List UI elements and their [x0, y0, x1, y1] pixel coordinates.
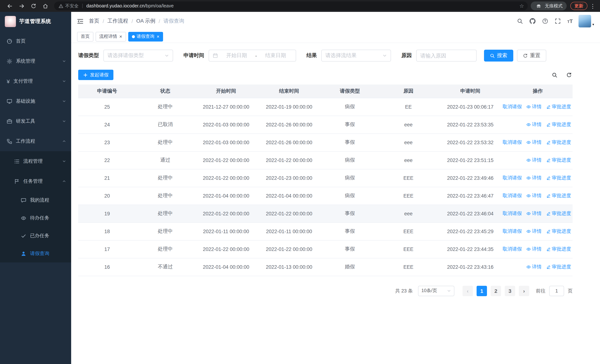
approval-progress-link[interactable]: 审批进度 [546, 210, 571, 217]
sidebar-item-todo-tasks[interactable]: 待办任务 [0, 209, 71, 227]
cancel-leave-link[interactable]: 取消请假 [503, 210, 522, 217]
sidebar-item-my-process[interactable]: 我的流程 [0, 191, 71, 209]
detail-link[interactable]: 详情 [526, 192, 542, 199]
page-button-3[interactable]: 3 [505, 286, 515, 296]
tab-process-detail[interactable]: 流程详情× [96, 32, 126, 41]
breadcrumb-item[interactable]: OA 示例 [136, 18, 155, 24]
app-logo[interactable]: 芋道管理系统 [0, 12, 71, 31]
detail-link[interactable]: 详情 [526, 175, 542, 181]
approval-progress-link[interactable]: 审批进度 [546, 228, 571, 235]
security-status[interactable]: 不安全 [58, 3, 79, 9]
fullscreen-icon[interactable] [555, 18, 561, 24]
tab-leave-query[interactable]: 请假查询× [128, 32, 163, 41]
cancel-leave-link[interactable]: 取消请假 [503, 192, 522, 199]
avatar[interactable] [579, 15, 591, 28]
status-cell: 处理中 [136, 205, 195, 222]
detail-link[interactable]: 详情 [526, 139, 542, 146]
sidebar-item-label: 流程管理 [23, 158, 43, 165]
goto-page-input[interactable] [549, 286, 564, 296]
sidebar-item-task-mgmt[interactable]: 任务管理 [0, 171, 71, 191]
flow-icon [7, 139, 12, 144]
browser-menu-icon[interactable]: ⋮ [590, 3, 596, 9]
sidebar-item-payment[interactable]: ¥支付管理 [0, 71, 71, 91]
close-tab-icon[interactable]: × [157, 34, 159, 39]
reason-input[interactable] [420, 53, 472, 59]
update-button[interactable]: 更新 [570, 2, 587, 10]
close-tab-icon[interactable]: × [119, 34, 122, 39]
sidebar-item-label: 请假查询 [30, 250, 49, 257]
user-icon [21, 251, 26, 256]
github-icon[interactable] [530, 18, 535, 24]
sidebar-item-leave-query[interactable]: 请假查询 [0, 245, 71, 262]
reload-icon[interactable] [28, 1, 38, 11]
sidebar-item-system[interactable]: 系统管理 [0, 51, 71, 71]
search-icon[interactable] [517, 18, 523, 24]
prev-page-button[interactable]: ‹ [462, 286, 473, 296]
approval-progress-link[interactable]: 审批进度 [546, 157, 571, 163]
tab-home[interactable]: 首页 [77, 32, 94, 41]
cancel-leave-link[interactable]: 取消请假 [503, 139, 522, 146]
refresh-table-icon[interactable] [566, 72, 572, 78]
url-text[interactable]: dashboard.yudao.iocoder.cn/bpm/oa/leave [86, 3, 518, 9]
eye-icon [526, 176, 531, 180]
breadcrumb-item[interactable]: 工作流程 [107, 18, 128, 24]
eye-icon [526, 247, 531, 252]
sidebar-item-process-mgmt[interactable]: 流程管理 [0, 151, 71, 171]
application-id-cell: 18 [78, 222, 136, 240]
apply-time-range-picker[interactable]: 开始日期 - 结束日期 [209, 50, 296, 62]
create-leave-button[interactable]: 发起请假 [78, 70, 113, 80]
sidebar-item-infrastructure[interactable]: 基础设施 [0, 91, 71, 111]
approval-progress-link[interactable]: 审批进度 [546, 246, 571, 252]
end-time-cell: 2022-01-19 00:00:00 [258, 98, 320, 116]
back-icon[interactable] [5, 1, 14, 11]
approval-progress-link[interactable]: 审批进度 [546, 139, 571, 146]
detail-link[interactable]: 详情 [526, 157, 542, 163]
approval-progress-link-label: 审批进度 [552, 157, 571, 163]
approval-progress-link[interactable]: 审批进度 [546, 263, 571, 270]
page-button-1[interactable]: 1 [477, 286, 487, 296]
apply-time-cell: 2022-01-22 23:53:35 [438, 116, 503, 133]
approval-progress-link[interactable]: 审批进度 [546, 121, 571, 128]
approval-progress-link[interactable]: 审批进度 [546, 175, 571, 181]
detail-link[interactable]: 详情 [526, 121, 542, 128]
leave-type-select[interactable]: 请选择请假类型 [103, 50, 173, 62]
leave-type-cell: 事假 [320, 116, 379, 133]
detail-link[interactable]: 详情 [526, 103, 542, 110]
sidebar-item-workflow[interactable]: 工作流程 [0, 131, 71, 151]
sidebar-item-home[interactable]: 首页 [0, 31, 71, 51]
font-size-icon[interactable]: TT [567, 18, 573, 24]
cancel-leave-link[interactable]: 取消请假 [503, 246, 522, 252]
sidebar-item-devtools[interactable]: 研发工具 [0, 111, 71, 131]
sidebar-item-done-tasks[interactable]: 已办任务 [0, 227, 71, 245]
breadcrumb-item[interactable]: 首页 [89, 18, 99, 24]
sidebar-item-label: 首页 [16, 38, 26, 45]
chevron-down-icon [62, 99, 66, 103]
bookmark-star-icon[interactable]: ☆ [519, 3, 524, 9]
user-menu[interactable]: ▾ [579, 15, 594, 28]
approval-progress-link[interactable]: 审批进度 [546, 192, 571, 199]
next-page-button[interactable]: › [519, 286, 529, 296]
sidebar-collapse-icon[interactable] [77, 18, 83, 24]
sidebar-item-label: 基础设施 [16, 98, 35, 104]
toggle-search-icon[interactable] [552, 72, 557, 78]
approval-progress-link[interactable]: 审批进度 [546, 103, 571, 110]
help-icon[interactable] [542, 18, 548, 24]
detail-link[interactable]: 详情 [526, 263, 542, 270]
detail-link[interactable]: 详情 [526, 210, 542, 217]
cancel-leave-link[interactable]: 取消请假 [503, 103, 522, 110]
page-button-2[interactable]: 2 [491, 286, 501, 296]
reason-cell: EEE [379, 169, 438, 187]
cancel-leave-link[interactable]: 取消请假 [503, 175, 522, 181]
browser-home-icon[interactable] [40, 1, 50, 11]
address-bar[interactable]: 不安全 dashboard.yudao.iocoder.cn/bpm/oa/le… [54, 1, 528, 10]
detail-link[interactable]: 详情 [526, 246, 542, 252]
operations: 详情审批进度 [504, 157, 571, 163]
forward-icon[interactable] [17, 1, 26, 11]
reset-button[interactable]: 重置 [517, 50, 546, 62]
search-button[interactable]: 搜索 [484, 50, 513, 62]
detail-link[interactable]: 详情 [526, 228, 542, 235]
page-size-select[interactable]: 10条/页 [418, 286, 454, 296]
result-select[interactable]: 请选择流结果 [321, 50, 391, 62]
reason-cell: eee [379, 133, 438, 151]
cancel-leave-link[interactable]: 取消请假 [503, 228, 522, 235]
